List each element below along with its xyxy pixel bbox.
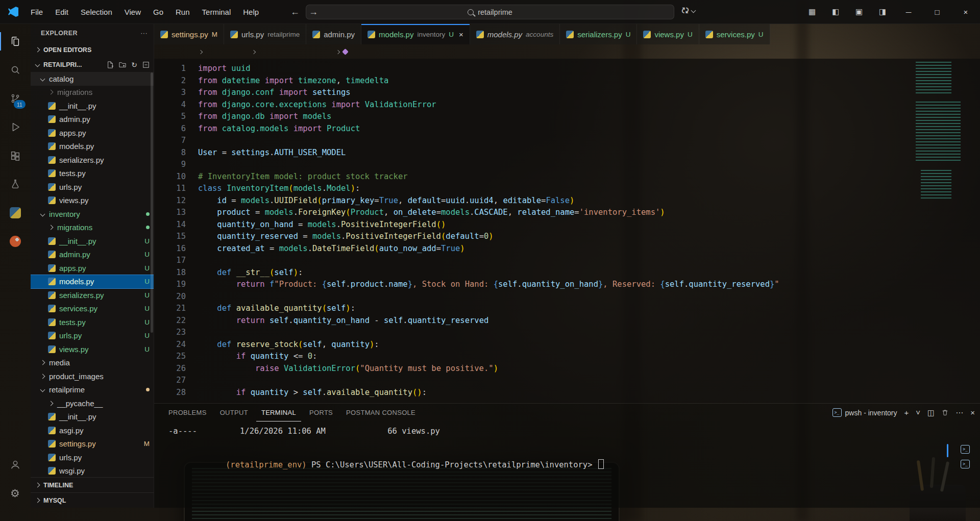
code-editor[interactable]: 1import uuid2from datetime import timezo… [154, 59, 980, 403]
activity-source-control[interactable]: 11 [0, 84, 30, 113]
activity-explorer[interactable] [0, 27, 30, 56]
tab-services-py[interactable]: services.pyU [699, 24, 770, 44]
panel-tab-postman-console[interactable]: POSTMAN CONSOLE [341, 404, 421, 421]
more-actions-button[interactable]: ⋯ [955, 408, 963, 417]
file-__init__.py[interactable]: __init__.pyU [31, 234, 154, 248]
folder-catalog[interactable]: catalog [31, 72, 154, 86]
command-center-search[interactable]: retailprime [306, 5, 674, 19]
file-apps.py[interactable]: apps.py [31, 126, 154, 140]
file-asgi.py[interactable]: asgi.py [31, 424, 154, 437]
activity-extensions[interactable] [0, 141, 30, 170]
file-urls.py[interactable]: urls.py [31, 180, 154, 194]
file-__init__.py[interactable]: __init__.py [31, 99, 154, 113]
close-button[interactable]: × [951, 0, 980, 23]
file-apps.py[interactable]: apps.pyU [31, 261, 154, 275]
line-number: 28 [154, 387, 186, 399]
activity-postman[interactable] [0, 227, 30, 256]
terminal-cursor [598, 459, 604, 469]
activity-search[interactable] [0, 56, 30, 84]
file-urls.py[interactable]: urls.pyU [31, 329, 154, 343]
maximize-button[interactable]: □ [923, 0, 951, 23]
terminal[interactable]: -a---- 1/26/2026 11:06 AM 66 views.py (r… [154, 421, 980, 508]
tab-models-py-accounts[interactable]: models.pyaccounts [470, 24, 560, 44]
tab-views-py[interactable]: views.pyU [637, 24, 699, 44]
open-editors-section[interactable]: OPEN EDITORS [31, 42, 154, 57]
panel-tab-output[interactable]: OUTPUT [215, 404, 253, 421]
file-serializers.py[interactable]: serializers.py [31, 153, 154, 167]
tab-settings-py[interactable]: settings.pyM [154, 24, 224, 44]
kill-terminal-button[interactable] [942, 409, 948, 416]
folder-retailprime[interactable]: retailprime [31, 383, 154, 397]
menu-selection[interactable]: Selection [76, 6, 117, 18]
folder-media[interactable]: media [31, 356, 154, 370]
minimap[interactable] [916, 62, 965, 327]
toggle-secondary-sidebar-button[interactable]: ◨ [871, 7, 894, 16]
toggle-sidebar-button[interactable]: ◧ [824, 7, 847, 16]
file-tests.py[interactable]: tests.pyU [31, 315, 154, 329]
file-urls.py[interactable]: urls.py [31, 451, 154, 464]
terminal-instance-pwsh[interactable]: >_ [958, 444, 973, 455]
file-wsgi.py[interactable]: wsgi.py [31, 464, 154, 478]
explorer-more-actions-button[interactable]: ··· [140, 30, 148, 37]
activity-testing[interactable] [0, 170, 30, 199]
menu-edit[interactable]: Edit [50, 6, 74, 18]
refresh-explorer-button[interactable]: ↻ [131, 61, 137, 69]
code-line-15: 15 quantity_reserved = models.PositiveIn… [154, 231, 980, 243]
minimize-button[interactable]: ─ [894, 0, 923, 23]
tab-urls-py-retailprime[interactable]: urls.pyretailprime [224, 24, 306, 44]
sidebar-scrollbar[interactable] [151, 72, 153, 333]
file-__init__.py[interactable]: __init__.py [31, 410, 154, 424]
folder-migrations[interactable]: migrations [31, 221, 154, 235]
item-label: product_images [49, 372, 104, 381]
project-section-header[interactable]: RETAILPRI... ↻ [31, 57, 154, 72]
activity-accounts[interactable] [0, 451, 30, 479]
file-serializers.py[interactable]: serializers.pyU [31, 288, 154, 302]
file-views.py[interactable]: views.pyU [31, 342, 154, 356]
file-settings.py[interactable]: settings.pyM [31, 437, 154, 451]
tab-serializers-py[interactable]: serializers.pyU [560, 24, 637, 44]
terminal-instance-pwsh[interactable]: >_ [958, 459, 973, 469]
item-label: views.py [59, 196, 89, 205]
tab-admin-py[interactable]: admin.py [306, 24, 361, 44]
close-panel-button[interactable]: × [970, 408, 975, 417]
panel-tab-terminal[interactable]: TERMINAL [256, 404, 301, 421]
toggle-panel-button[interactable]: ▣ [847, 7, 871, 16]
panel-tab-problems[interactable]: PROBLEMS [163, 404, 212, 421]
menu-terminal[interactable]: Terminal [197, 6, 236, 18]
file-admin.py[interactable]: admin.pyU [31, 248, 154, 262]
collapse-folders-button[interactable] [142, 61, 150, 68]
sync-dropdown-button[interactable]: 🗘 [681, 6, 696, 15]
mysql-section[interactable]: MYSQL [31, 492, 154, 508]
file-admin.py[interactable]: admin.py [31, 113, 154, 127]
python-file-icon [48, 318, 56, 326]
folder-migrations[interactable]: migrations [31, 86, 154, 100]
new-terminal-button[interactable]: + [904, 408, 909, 417]
file-views.py[interactable]: views.py [31, 194, 154, 208]
menu-file[interactable]: File [26, 6, 48, 18]
file-models.py[interactable]: models.py [31, 140, 154, 154]
timeline-section[interactable]: TIMELINE [31, 477, 154, 492]
close-tab-icon[interactable]: × [459, 30, 463, 39]
panel-tab-ports[interactable]: PORTS [304, 404, 338, 421]
file-tests.py[interactable]: tests.py [31, 167, 154, 181]
menu-go[interactable]: Go [148, 6, 168, 18]
launch-profile-dropdown-button[interactable]: ˅ [916, 408, 920, 417]
split-terminal-button[interactable]: ◫ [927, 408, 935, 417]
file-models.py[interactable]: models.pyU [31, 275, 154, 289]
tab-label: views.py [654, 30, 684, 39]
activity-settings-gear[interactable]: ⚙ [0, 479, 30, 508]
menu-run[interactable]: Run [170, 6, 195, 18]
customize-layout-button[interactable]: ▦ [800, 7, 824, 16]
folder-__pycache__[interactable]: __pycache__ [31, 396, 154, 410]
file-services.py[interactable]: services.pyU [31, 302, 154, 316]
tab-models-py-inventory[interactable]: models.pyinventoryU× [361, 24, 470, 44]
new-file-button[interactable] [107, 61, 114, 68]
activity-python[interactable] [0, 199, 30, 227]
activity-run-debug[interactable] [0, 113, 30, 141]
history-back-button[interactable]: ← [290, 7, 300, 17]
folder-inventory[interactable]: inventory [31, 207, 154, 221]
folder-product_images[interactable]: product_images [31, 369, 154, 383]
new-folder-button[interactable] [119, 61, 126, 68]
menu-help[interactable]: Help [238, 6, 264, 18]
menu-view[interactable]: View [119, 6, 146, 18]
